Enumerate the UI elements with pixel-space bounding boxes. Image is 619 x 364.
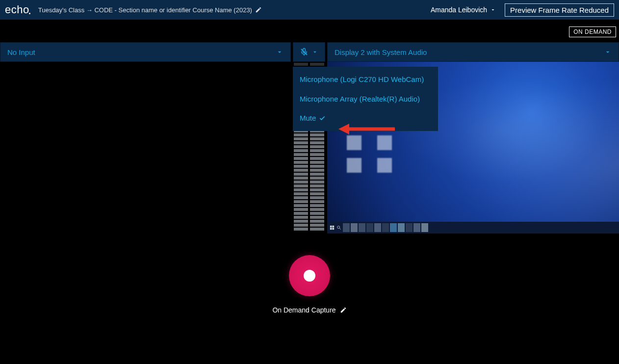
svg-rect-5 xyxy=(332,228,334,230)
mic-muted-icon xyxy=(300,48,309,56)
desktop-icons xyxy=(347,135,394,175)
mic-option-logi[interactable]: Microphone (Logi C270 HD WebCam) xyxy=(293,70,438,89)
record-dot-icon xyxy=(304,270,315,282)
search-icon xyxy=(336,225,342,231)
chevron-down-icon xyxy=(276,48,284,56)
chevron-down-icon xyxy=(490,7,496,13)
svg-rect-3 xyxy=(332,226,334,228)
svg-rect-2 xyxy=(330,226,332,228)
logo: echo xyxy=(5,3,29,16)
right-source-label: Display 2 with System Audio xyxy=(335,48,427,56)
svg-line-7 xyxy=(339,228,341,230)
mic-option-mute[interactable]: Mute xyxy=(293,108,438,128)
right-source-selector[interactable]: Display 2 with System Audio xyxy=(327,42,619,62)
edit-icon[interactable] xyxy=(340,307,347,313)
windows-start-icon xyxy=(329,225,335,231)
user-name: Amanda Leibovich xyxy=(431,6,487,14)
left-preview xyxy=(0,62,291,234)
chevron-down-icon xyxy=(604,48,612,56)
breadcrumb[interactable]: Tuesday's Class → CODE - Section name or… xyxy=(38,6,426,14)
mic-dropdown: Microphone (Logi C270 HD WebCam) Microph… xyxy=(293,67,438,131)
edit-icon[interactable] xyxy=(254,6,262,13)
check-icon xyxy=(319,115,326,122)
capture-label-row: On Demand Capture xyxy=(272,306,346,314)
record-button[interactable] xyxy=(289,255,330,296)
mic-option-realtek[interactable]: Microphone Array (Realtek(R) Audio) xyxy=(293,89,438,109)
left-source-label: No Input xyxy=(7,48,35,56)
left-panel: No Input xyxy=(0,42,291,234)
svg-point-6 xyxy=(337,226,340,229)
mic-option-mute-label: Mute xyxy=(300,113,316,123)
top-bar: echo Tuesday's Class → CODE - Section na… xyxy=(0,0,619,20)
taskbar xyxy=(327,222,619,234)
breadcrumb-text: Tuesday's Class → CODE - Section name or… xyxy=(38,6,252,14)
user-menu[interactable]: Amanda Leibovich xyxy=(431,6,496,14)
status-row: ON DEMAND xyxy=(0,20,619,42)
svg-rect-4 xyxy=(330,228,332,230)
left-source-selector[interactable]: No Input xyxy=(0,42,291,62)
on-demand-badge: ON DEMAND xyxy=(569,26,616,37)
frame-rate-notice: Preview Frame Rate Reduced xyxy=(505,3,614,17)
record-area: On Demand Capture xyxy=(0,255,619,314)
capture-label: On Demand Capture xyxy=(272,306,335,314)
mic-selector[interactable] xyxy=(293,42,325,62)
chevron-down-icon xyxy=(311,49,318,55)
